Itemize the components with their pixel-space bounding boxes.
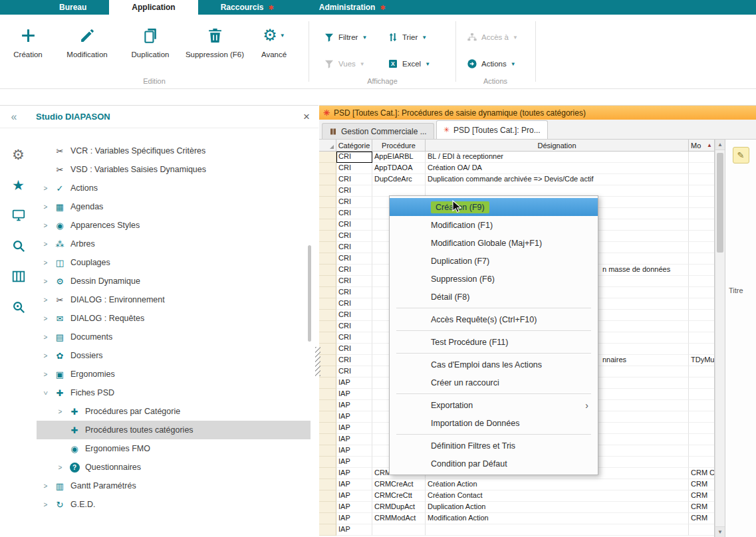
- cell-procedure[interactable]: CRMCreAct: [372, 479, 426, 490]
- cell-categorie[interactable]: CRI: [336, 332, 372, 344]
- menu-item-importation-de-donnees[interactable]: Importation de Données: [390, 414, 598, 432]
- chevron-down-icon[interactable]: >: [42, 389, 49, 397]
- tree-scrollbar[interactable]: [308, 245, 311, 342]
- menu-item-acces-requete-s-ctrl-f10[interactable]: Accès Requête(s) (Ctrl+F10): [390, 310, 598, 328]
- menu-item-modification-f1[interactable]: Modification (F1): [390, 216, 598, 234]
- row-selector[interactable]: [319, 276, 336, 287]
- cell-mo[interactable]: [689, 366, 715, 377]
- cell-mo[interactable]: CRM: [689, 479, 715, 490]
- tree-item-gantt-parametres[interactable]: >▥Gantt Paramétrés: [37, 477, 311, 495]
- chevron-right-icon[interactable]: >: [42, 241, 49, 248]
- tree-item-vsd-variables-saisies-dynamiques[interactable]: >✂VSD : Variables Saisies Dynamiques: [37, 160, 311, 179]
- cell-procedure[interactable]: [372, 524, 426, 536]
- cell-mo[interactable]: [689, 219, 715, 231]
- cell-categorie[interactable]: CRI: [336, 276, 372, 287]
- column-header-procedure[interactable]: Procédure: [372, 140, 426, 151]
- trier-button[interactable]: Trier ▼: [388, 32, 427, 43]
- cell-designation[interactable]: Duplication Action: [426, 502, 689, 513]
- cell-categorie[interactable]: CRI: [336, 310, 372, 321]
- cell-categorie[interactable]: IAP: [336, 468, 372, 479]
- column-header-categorie[interactable]: Catégorie: [336, 140, 372, 151]
- cell-procedure[interactable]: CRMDupAct: [372, 502, 426, 513]
- row-selector[interactable]: [319, 366, 336, 377]
- cell-mo[interactable]: [689, 287, 715, 298]
- row-selector[interactable]: [319, 152, 336, 163]
- scroll-down-icon[interactable]: ▼: [715, 526, 725, 537]
- row-selector[interactable]: [319, 513, 336, 524]
- menu-item-condition-par-defaut[interactable]: Condition par Défaut: [390, 455, 598, 473]
- menu-item-suppression-f6[interactable]: Suppression (F6): [390, 270, 598, 288]
- row-selector[interactable]: [319, 344, 336, 355]
- tree-item-arbres[interactable]: >⁂Arbres: [37, 235, 311, 253]
- table-row[interactable]: IAPCRMDupActDuplication ActionCRM: [319, 502, 714, 513]
- cell-designation[interactable]: Duplication commande archivée => Devis/C…: [426, 174, 689, 185]
- cell-designation[interactable]: Création Contact: [426, 490, 689, 502]
- cell-categorie[interactable]: IAP: [336, 524, 372, 536]
- scroll-up-icon[interactable]: ▲: [715, 140, 725, 150]
- column-header-designation[interactable]: Désignation: [426, 140, 689, 151]
- cell-mo[interactable]: [689, 332, 715, 344]
- row-selector[interactable]: [319, 445, 336, 457]
- select-all-corner[interactable]: [319, 140, 336, 151]
- chevron-right-icon[interactable]: >: [42, 278, 49, 285]
- row-selector[interactable]: [319, 265, 336, 276]
- row-selector[interactable]: [319, 389, 336, 400]
- cell-mo[interactable]: [689, 524, 715, 536]
- cell-mo[interactable]: [689, 321, 715, 332]
- zoom-rail-icon[interactable]: [10, 298, 27, 316]
- menu-item-creer-un-raccourci[interactable]: Créer un raccourci: [390, 374, 598, 391]
- cell-categorie[interactable]: IAP: [336, 389, 372, 400]
- cell-designation[interactable]: Création OA/ DA: [426, 163, 689, 174]
- cell-categorie[interactable]: CRI: [336, 242, 372, 253]
- settings-rail-icon[interactable]: ⚙: [10, 146, 27, 163]
- creation-button[interactable]: Création: [1, 24, 55, 59]
- menu-item-modification-globale-maj-f1[interactable]: Modification Globale (Maj+F1): [390, 234, 598, 252]
- table-row[interactable]: IAP: [319, 524, 714, 536]
- cell-mo[interactable]: [689, 377, 715, 389]
- row-selector[interactable]: [319, 490, 336, 502]
- row-selector[interactable]: [319, 298, 336, 310]
- chevron-right-icon[interactable]: >: [42, 185, 49, 192]
- cell-mo[interactable]: [689, 174, 715, 185]
- table-row[interactable]: IAPCRMModActModification ActionCRM: [319, 513, 714, 524]
- chevron-right-icon[interactable]: >: [57, 464, 64, 471]
- cell-mo[interactable]: [689, 445, 715, 457]
- cell-categorie[interactable]: IAP: [336, 400, 372, 411]
- acces-a-button[interactable]: Accès à ▼: [467, 32, 518, 43]
- cell-categorie[interactable]: CRI: [336, 185, 372, 197]
- actions-button[interactable]: Actions ▼: [467, 58, 516, 69]
- cell-categorie[interactable]: CRI: [336, 355, 372, 366]
- cell-mo[interactable]: [689, 185, 715, 197]
- tree-item-dessin-dynamique[interactable]: >⚙Dessin Dynamique: [37, 272, 311, 290]
- cell-categorie[interactable]: CRI: [336, 321, 372, 332]
- cell-mo[interactable]: [689, 242, 715, 253]
- cell-designation[interactable]: BL / EDI à receptionner: [426, 152, 689, 163]
- cell-mo[interactable]: [689, 276, 715, 287]
- tree-item-agendas[interactable]: >▦Agendas: [37, 197, 311, 216]
- table-row[interactable]: IAPCRMCreCttCréation ContactCRM: [319, 490, 714, 502]
- cell-mo[interactable]: [689, 411, 715, 423]
- cell-categorie[interactable]: CRI: [336, 219, 372, 231]
- row-selector[interactable]: [319, 174, 336, 185]
- cell-categorie[interactable]: IAP: [336, 502, 372, 513]
- screens-rail-icon[interactable]: [10, 207, 27, 224]
- menu-item-definition-filtres-et-tris[interactable]: Définition Filtres et Tris: [390, 437, 598, 455]
- menu-item-duplication-f7[interactable]: Duplication (F7): [390, 252, 598, 270]
- menu-item-cas-d-emploi-dans-les-actions[interactable]: Cas d'Emploi dans les Actions: [390, 356, 598, 374]
- cell-categorie[interactable]: IAP: [336, 423, 372, 434]
- vues-button[interactable]: Vues ▼: [324, 58, 365, 69]
- cell-mo[interactable]: [689, 163, 715, 174]
- cell-mo[interactable]: CRM: [689, 513, 715, 524]
- row-selector[interactable]: [319, 434, 336, 445]
- menu-item-test-procedure-f11[interactable]: Test Procédure (F11): [390, 333, 598, 351]
- row-selector[interactable]: [319, 457, 336, 468]
- suppression-button[interactable]: Suppression (F6): [184, 24, 246, 59]
- row-selector[interactable]: [319, 231, 336, 242]
- cell-mo[interactable]: [689, 423, 715, 434]
- cell-mo[interactable]: [689, 197, 715, 208]
- cell-categorie[interactable]: CRI: [336, 366, 372, 377]
- column-header-mo[interactable]: Mo ▲: [689, 140, 715, 151]
- cell-designation[interactable]: [426, 524, 689, 536]
- cell-procedure[interactable]: CRMModAct: [372, 513, 426, 524]
- tree-item-fiches-psd[interactable]: >✚Fiches PSD: [37, 383, 311, 402]
